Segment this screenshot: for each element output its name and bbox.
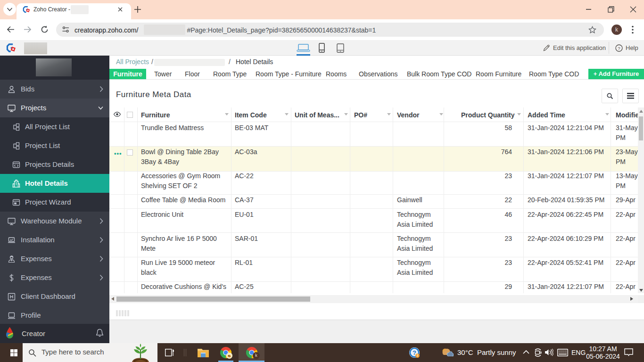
svg-text:?: ? — [618, 46, 620, 51]
svg-text:!: ! — [417, 354, 418, 358]
